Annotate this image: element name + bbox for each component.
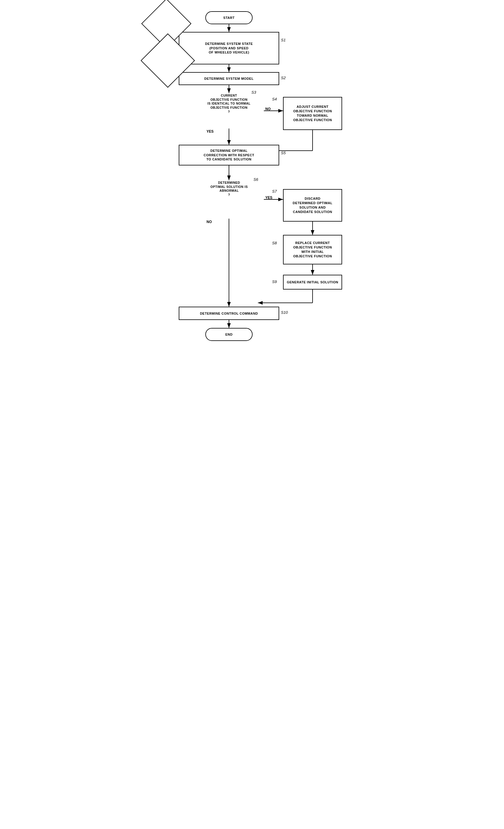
s2-label: DETERMINE SYSTEM MODEL <box>205 77 254 80</box>
end-shape: END <box>205 328 253 341</box>
s5-step: S5 <box>281 151 286 155</box>
s3-yes-label: YES <box>207 130 214 134</box>
s10-label: DETERMINE CONTROL COMMAND <box>200 312 258 315</box>
s6-no-label: NO <box>207 220 212 224</box>
s10-shape: DETERMINE CONTROL COMMAND <box>179 307 279 320</box>
s4-shape: ADJUST CURRENT OBJECTIVE FUNCTION TOWARD… <box>283 97 342 130</box>
s3-step: S3 <box>251 90 256 95</box>
s6-text: DETERMINEDOPTIMAL SOLUTION ISABNORMAL? <box>191 181 267 197</box>
s7-label: DISCARD DETERMINED OPTIMAL SOLUTION AND … <box>293 196 332 214</box>
flowchart-diagram: START DETERMINE SYSTEM STATE (POSITION A… <box>149 6 355 346</box>
s2-step: S2 <box>281 76 286 80</box>
s3-no-label: NO <box>265 107 271 111</box>
s5-shape: DETERMINE OPTIMAL CORRECTION WITH RESPEC… <box>179 145 279 166</box>
s8-label: REPLACE CURRENT OBJECTIVE FUNCTION WITH … <box>293 241 332 258</box>
s10-step: S10 <box>281 310 288 315</box>
s2-shape: DETERMINE SYSTEM MODEL <box>179 72 279 85</box>
s8-shape: REPLACE CURRENT OBJECTIVE FUNCTION WITH … <box>283 235 342 264</box>
s6-yes-label: YES <box>265 195 273 200</box>
s5-label: DETERMINE OPTIMAL CORRECTION WITH RESPEC… <box>204 149 254 162</box>
s7-step: S7 <box>272 189 277 193</box>
s9-step: S9 <box>272 280 277 284</box>
s3-text: CURRENTOBJECTIVE FUNCTIONIS IDENTICAL TO… <box>193 94 264 114</box>
s9-label: GENERATE INITIAL SOLUTION <box>287 280 338 284</box>
s1-label: DETERMINE SYSTEM STATE (POSITION AND SPE… <box>205 42 253 55</box>
s4-label: ADJUST CURRENT OBJECTIVE FUNCTION TOWARD… <box>293 105 332 122</box>
end-label: END <box>225 333 233 336</box>
s9-shape: GENERATE INITIAL SOLUTION <box>283 275 342 290</box>
s7-shape: DISCARD DETERMINED OPTIMAL SOLUTION AND … <box>283 189 342 222</box>
start-shape: START <box>205 11 253 24</box>
s1-step: S1 <box>281 38 286 42</box>
s8-step: S8 <box>272 241 277 245</box>
s6-step: S6 <box>253 177 258 182</box>
start-label: START <box>223 16 235 20</box>
s4-step: S4 <box>272 97 277 101</box>
